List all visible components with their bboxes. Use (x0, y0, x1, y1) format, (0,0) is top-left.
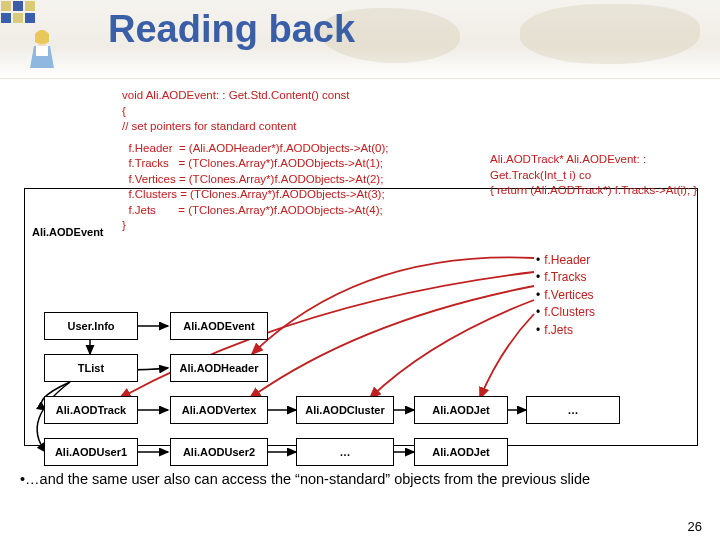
code-line: { return (Ali.AODTrack*) f.Tracks->At(i)… (490, 183, 718, 199)
member-label: f.Clusters (536, 304, 595, 321)
node-aodjet2[interactable]: Ali.AODJet (414, 438, 508, 466)
code-line: void Ali.AODEvent: : Get.Std.Content() c… (122, 88, 714, 104)
container-label: Ali.AODEvent (32, 226, 104, 238)
node-aodcluster[interactable]: Ali.AODCluster (296, 396, 394, 424)
node-aodheader[interactable]: Ali.AODHeader (170, 354, 268, 382)
slide-title: Reading back (108, 8, 355, 51)
node-aodjet[interactable]: Ali.AODJet (414, 396, 508, 424)
member-label: f.Jets (536, 322, 595, 339)
node-userinfo[interactable]: User.Info (44, 312, 138, 340)
code-line: } (122, 218, 714, 234)
node-aoduser1[interactable]: Ali.AODUser1 (44, 438, 138, 466)
node-aodvertex[interactable]: Ali.AODVertex (170, 396, 268, 424)
footer-bullet: •…and the same user also can access the … (20, 470, 700, 488)
member-pointer-labels: f.Header f.Tracks f.Vertices f.Clusters … (536, 252, 595, 339)
node-aodevent[interactable]: Ali.AODEvent (170, 312, 268, 340)
slide-number: 26 (688, 519, 702, 534)
node-ellipsis[interactable]: … (296, 438, 394, 466)
node-ellipsis2[interactable]: … (526, 396, 620, 424)
member-label: f.Header (536, 252, 595, 269)
node-tlist[interactable]: TList (44, 354, 138, 382)
header-map-decoration (300, 0, 720, 78)
node-aodtrack[interactable]: Ali.AODTrack (44, 396, 138, 424)
alice-illustration (24, 28, 60, 70)
node-aoduser2[interactable]: Ali.AODUser2 (170, 438, 268, 466)
code-line: Ali.AODTrack* Ali.AODEvent: : Get.Track(… (490, 152, 718, 183)
member-label: f.Vertices (536, 287, 595, 304)
code-line: { (122, 104, 714, 120)
code-block-fragment: Ali.AODTrack* Ali.AODEvent: : Get.Track(… (490, 152, 718, 199)
svg-rect-1 (36, 46, 48, 56)
member-label: f.Tracks (536, 269, 595, 286)
code-line: f.Jets = (TClones.Array*)f.AODObjects->A… (122, 203, 714, 219)
code-line: // set pointers for standard content (122, 119, 714, 135)
